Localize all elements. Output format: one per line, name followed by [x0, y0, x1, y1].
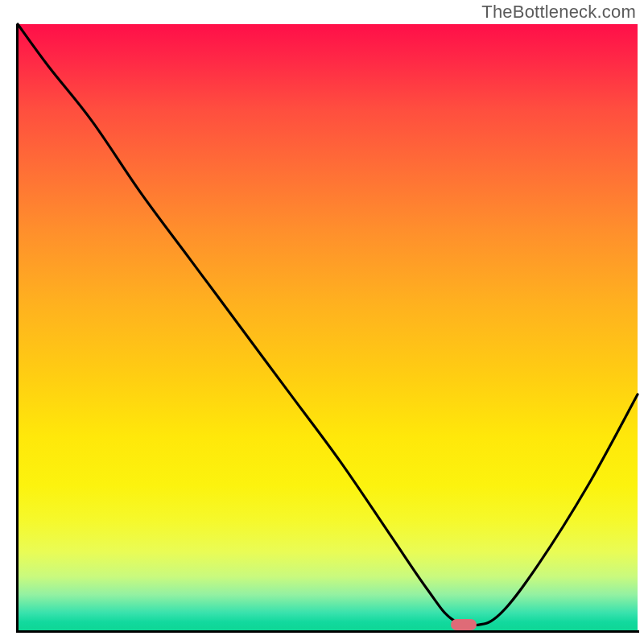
- optimal-marker: [451, 619, 477, 630]
- y-axis-line: [16, 24, 19, 633]
- x-axis-line: [16, 630, 639, 633]
- plot-heatmap-background: [18, 24, 638, 631]
- watermark-text: TheBottleneck.com: [481, 2, 636, 23]
- bottleneck-chart: TheBottleneck.com: [0, 0, 644, 644]
